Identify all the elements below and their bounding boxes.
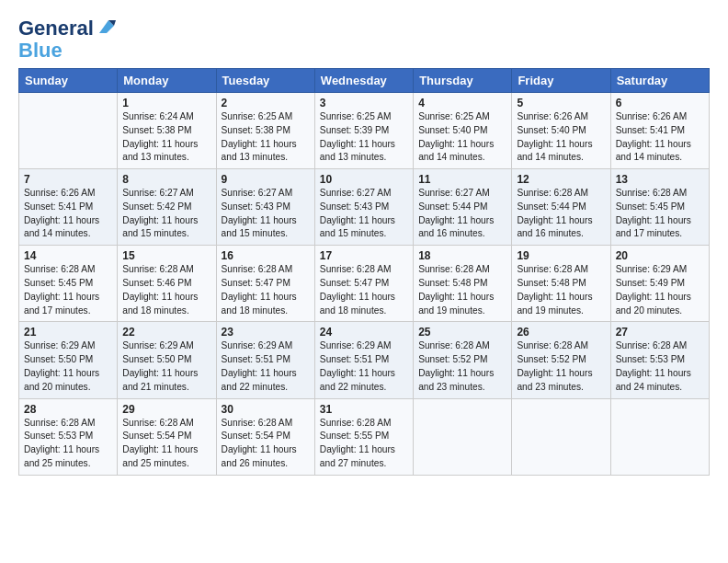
- day-info: Sunrise: 6:28 AM Sunset: 5:54 PM Dayligh…: [222, 417, 310, 471]
- calendar-cell: 18Sunrise: 6:28 AM Sunset: 5:48 PM Dayli…: [414, 246, 512, 322]
- day-number: 13: [616, 173, 704, 186]
- calendar-cell: 1Sunrise: 6:24 AM Sunset: 5:38 PM Daylig…: [118, 93, 216, 169]
- calendar-cell: 19Sunrise: 6:28 AM Sunset: 5:48 PM Dayli…: [512, 246, 610, 322]
- page: General Blue SundayMondayTuesdayWednesda…: [0, 0, 728, 563]
- day-info: Sunrise: 6:28 AM Sunset: 5:47 PM Dayligh…: [222, 263, 310, 317]
- calendar-cell: [610, 398, 709, 475]
- day-info: Sunrise: 6:29 AM Sunset: 5:51 PM Dayligh…: [320, 339, 408, 394]
- day-info: Sunrise: 6:28 AM Sunset: 5:53 PM Dayligh…: [24, 417, 112, 471]
- day-number: 31: [320, 403, 408, 416]
- calendar-week-row: 14Sunrise: 6:28 AM Sunset: 5:45 PM Dayli…: [19, 246, 710, 322]
- day-info: Sunrise: 6:28 AM Sunset: 5:45 PM Dayligh…: [24, 263, 112, 317]
- day-info: Sunrise: 6:29 AM Sunset: 5:50 PM Dayligh…: [24, 339, 112, 394]
- day-number: 27: [616, 326, 704, 339]
- logo-general: General: [18, 18, 94, 39]
- day-number: 16: [222, 249, 310, 262]
- day-info: Sunrise: 6:27 AM Sunset: 5:43 PM Dayligh…: [320, 187, 408, 241]
- calendar-cell: 13Sunrise: 6:28 AM Sunset: 5:45 PM Dayli…: [610, 169, 709, 246]
- weekday-header: Thursday: [414, 69, 512, 93]
- calendar-cell: 10Sunrise: 6:27 AM Sunset: 5:43 PM Dayli…: [314, 169, 413, 246]
- day-number: 20: [616, 249, 704, 262]
- weekday-header: Friday: [512, 69, 610, 93]
- calendar-table: SundayMondayTuesdayWednesdayThursdayFrid…: [18, 68, 710, 476]
- calendar-cell: 15Sunrise: 6:28 AM Sunset: 5:46 PM Dayli…: [118, 246, 216, 322]
- header: General Blue: [18, 17, 710, 61]
- calendar-cell: [414, 398, 512, 475]
- weekday-header: Tuesday: [216, 69, 314, 93]
- day-number: 10: [320, 173, 408, 186]
- day-number: 23: [222, 326, 310, 339]
- logo-icon: [96, 17, 116, 37]
- day-number: 24: [320, 326, 408, 339]
- day-info: Sunrise: 6:27 AM Sunset: 5:43 PM Dayligh…: [222, 187, 310, 241]
- day-info: Sunrise: 6:28 AM Sunset: 5:47 PM Dayligh…: [320, 263, 408, 317]
- day-info: Sunrise: 6:29 AM Sunset: 5:51 PM Dayligh…: [222, 339, 310, 394]
- calendar-cell: 24Sunrise: 6:29 AM Sunset: 5:51 PM Dayli…: [314, 322, 413, 398]
- calendar-cell: 20Sunrise: 6:29 AM Sunset: 5:49 PM Dayli…: [610, 246, 709, 322]
- calendar-cell: 2Sunrise: 6:25 AM Sunset: 5:38 PM Daylig…: [216, 93, 314, 169]
- day-number: 26: [517, 326, 605, 339]
- day-number: 15: [122, 249, 210, 262]
- calendar-cell: 31Sunrise: 6:28 AM Sunset: 5:55 PM Dayli…: [314, 398, 413, 475]
- day-number: 4: [418, 97, 506, 109]
- logo-blue: Blue: [18, 39, 63, 62]
- day-info: Sunrise: 6:26 AM Sunset: 5:40 PM Dayligh…: [517, 110, 605, 165]
- calendar-week-row: 7Sunrise: 6:26 AM Sunset: 5:41 PM Daylig…: [19, 169, 710, 246]
- calendar-cell: 5Sunrise: 6:26 AM Sunset: 5:40 PM Daylig…: [512, 93, 610, 169]
- day-info: Sunrise: 6:25 AM Sunset: 5:39 PM Dayligh…: [320, 110, 408, 165]
- day-number: 9: [222, 173, 310, 186]
- calendar-cell: [512, 398, 610, 475]
- day-number: 17: [320, 249, 408, 262]
- calendar-cell: 11Sunrise: 6:27 AM Sunset: 5:44 PM Dayli…: [414, 169, 512, 246]
- calendar-week-row: 21Sunrise: 6:29 AM Sunset: 5:50 PM Dayli…: [19, 322, 710, 398]
- day-info: Sunrise: 6:26 AM Sunset: 5:41 PM Dayligh…: [24, 187, 112, 241]
- weekday-header: Wednesday: [314, 69, 413, 93]
- calendar-cell: 3Sunrise: 6:25 AM Sunset: 5:39 PM Daylig…: [314, 93, 413, 169]
- day-number: 6: [616, 97, 704, 109]
- day-info: Sunrise: 6:28 AM Sunset: 5:48 PM Dayligh…: [418, 263, 506, 317]
- calendar-cell: 25Sunrise: 6:28 AM Sunset: 5:52 PM Dayli…: [414, 322, 512, 398]
- day-number: 30: [222, 403, 310, 416]
- weekday-header: Monday: [118, 69, 216, 93]
- calendar-cell: 14Sunrise: 6:28 AM Sunset: 5:45 PM Dayli…: [19, 246, 118, 322]
- calendar-cell: 7Sunrise: 6:26 AM Sunset: 5:41 PM Daylig…: [19, 169, 118, 246]
- calendar-cell: 6Sunrise: 6:26 AM Sunset: 5:41 PM Daylig…: [610, 93, 709, 169]
- day-info: Sunrise: 6:28 AM Sunset: 5:48 PM Dayligh…: [517, 263, 605, 317]
- calendar-cell: 22Sunrise: 6:29 AM Sunset: 5:50 PM Dayli…: [118, 322, 216, 398]
- calendar-cell: 16Sunrise: 6:28 AM Sunset: 5:47 PM Dayli…: [216, 246, 314, 322]
- calendar-cell: 9Sunrise: 6:27 AM Sunset: 5:43 PM Daylig…: [216, 169, 314, 246]
- calendar-week-row: 28Sunrise: 6:28 AM Sunset: 5:53 PM Dayli…: [19, 398, 710, 475]
- day-info: Sunrise: 6:27 AM Sunset: 5:42 PM Dayligh…: [122, 187, 210, 241]
- day-info: Sunrise: 6:29 AM Sunset: 5:50 PM Dayligh…: [122, 339, 210, 394]
- weekday-header: Saturday: [610, 69, 709, 93]
- calendar-cell: 27Sunrise: 6:28 AM Sunset: 5:53 PM Dayli…: [610, 322, 709, 398]
- calendar-cell: 28Sunrise: 6:28 AM Sunset: 5:53 PM Dayli…: [19, 398, 118, 475]
- day-number: 29: [122, 403, 210, 416]
- calendar-cell: 23Sunrise: 6:29 AM Sunset: 5:51 PM Dayli…: [216, 322, 314, 398]
- day-number: 14: [24, 249, 112, 262]
- logo: General Blue: [18, 17, 116, 61]
- calendar-cell: 17Sunrise: 6:28 AM Sunset: 5:47 PM Dayli…: [314, 246, 413, 322]
- weekday-header: Sunday: [19, 69, 118, 93]
- day-number: 18: [418, 249, 506, 262]
- day-number: 22: [122, 326, 210, 339]
- day-number: 21: [24, 326, 112, 339]
- day-number: 25: [418, 326, 506, 339]
- day-info: Sunrise: 6:28 AM Sunset: 5:44 PM Dayligh…: [517, 187, 605, 241]
- day-info: Sunrise: 6:28 AM Sunset: 5:54 PM Dayligh…: [122, 417, 210, 471]
- calendar-cell: 21Sunrise: 6:29 AM Sunset: 5:50 PM Dayli…: [19, 322, 118, 398]
- day-number: 2: [222, 97, 310, 109]
- day-number: 19: [517, 249, 605, 262]
- day-info: Sunrise: 6:28 AM Sunset: 5:52 PM Dayligh…: [517, 339, 605, 394]
- calendar-week-row: 1Sunrise: 6:24 AM Sunset: 5:38 PM Daylig…: [19, 93, 710, 169]
- day-number: 1: [122, 97, 210, 109]
- header-row: SundayMondayTuesdayWednesdayThursdayFrid…: [19, 69, 710, 93]
- calendar-cell: 26Sunrise: 6:28 AM Sunset: 5:52 PM Dayli…: [512, 322, 610, 398]
- day-info: Sunrise: 6:28 AM Sunset: 5:46 PM Dayligh…: [122, 263, 210, 317]
- day-info: Sunrise: 6:27 AM Sunset: 5:44 PM Dayligh…: [418, 187, 506, 241]
- day-number: 7: [24, 173, 112, 186]
- day-info: Sunrise: 6:24 AM Sunset: 5:38 PM Dayligh…: [122, 110, 210, 165]
- calendar-cell: 4Sunrise: 6:25 AM Sunset: 5:40 PM Daylig…: [414, 93, 512, 169]
- day-number: 3: [320, 97, 408, 109]
- day-info: Sunrise: 6:26 AM Sunset: 5:41 PM Dayligh…: [616, 110, 704, 165]
